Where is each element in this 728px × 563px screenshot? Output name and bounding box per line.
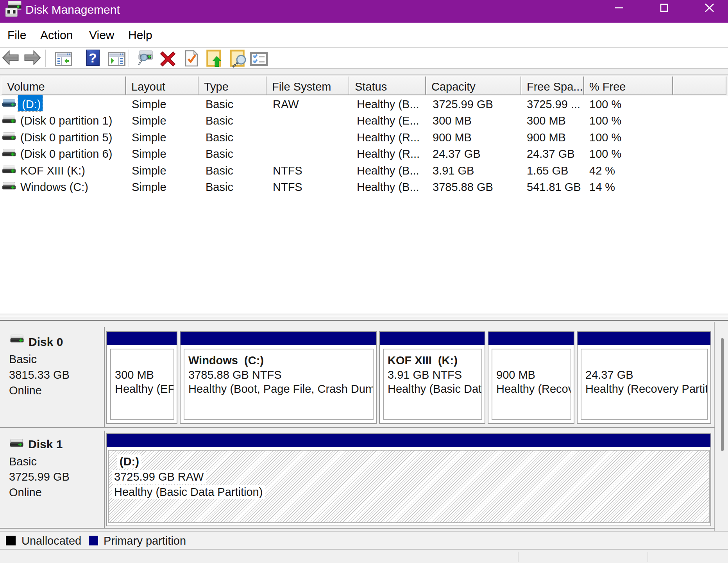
svg-text:?: ?: [89, 50, 97, 65]
